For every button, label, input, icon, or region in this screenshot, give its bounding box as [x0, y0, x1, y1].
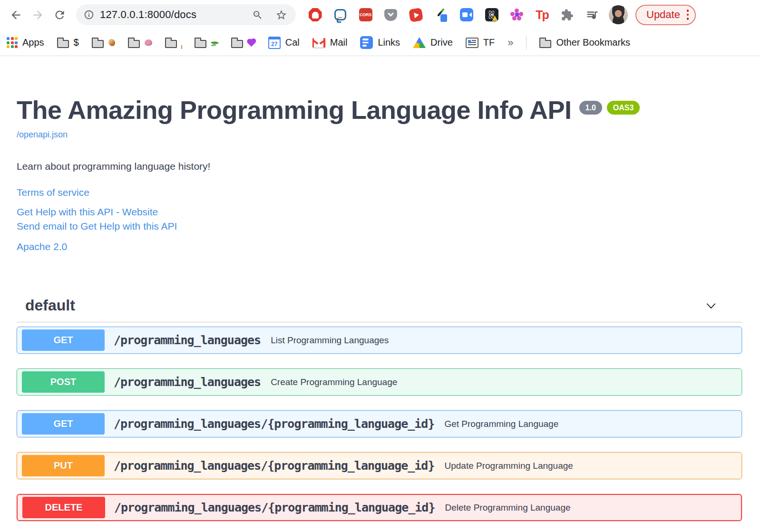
bookmark-apps[interactable]: Apps	[7, 37, 44, 48]
calendar-label: Cal	[285, 37, 300, 48]
endpoint-summary: Delete Programming Language	[445, 503, 570, 513]
endpoint-row-put-3[interactable]: PUT/programming_languages/{programming_l…	[17, 452, 742, 479]
back-arrow-icon	[10, 9, 22, 21]
forward-button[interactable]	[27, 4, 49, 26]
folder-icon	[92, 40, 104, 48]
help-email-link[interactable]: Send email to Get Help with this API	[17, 219, 177, 233]
bookmarks-overflow-chevron[interactable]: »	[507, 37, 513, 49]
address-bar[interactable]: 127.0.0.1:8000/docs	[76, 4, 296, 25]
queue-music-icon	[585, 8, 599, 22]
bookmark-drive[interactable]: Drive	[413, 37, 453, 48]
chevron-down-icon[interactable]	[705, 300, 717, 312]
bookmark-folder-brain[interactable]	[128, 38, 152, 48]
method-badge: DELETE	[22, 497, 105, 518]
brain-icon	[145, 39, 152, 46]
api-description: Learn about programming language history…	[17, 161, 742, 172]
tag-section-header[interactable]: default	[17, 297, 742, 322]
endpoint-path: /programming_languages	[114, 333, 261, 347]
chrome-update-button[interactable]: Update	[635, 5, 696, 25]
google-drive-icon	[413, 37, 426, 48]
gmail-label: Mail	[330, 37, 348, 48]
folder-icon	[128, 40, 140, 48]
folder-icon	[57, 40, 69, 48]
color-picker-extension-icon[interactable]	[434, 8, 448, 22]
page-title: The Amazing Programming Language Info AP…	[17, 96, 572, 124]
license-link[interactable]: Apache 2.0	[17, 241, 67, 252]
extensions-puzzle-icon[interactable]	[560, 8, 574, 22]
bookmark-links[interactable]: Links	[360, 36, 400, 49]
profile-avatar[interactable]	[609, 5, 628, 24]
bookmark-folder-dollar[interactable]: $	[57, 37, 79, 48]
openapi-json-link[interactable]: /openapi.json	[17, 130, 68, 140]
terms-of-service-link[interactable]: Terms of service	[17, 187, 89, 198]
url-text[interactable]: 127.0.0.1:8000/docs	[100, 9, 252, 21]
method-badge: PUT	[22, 455, 105, 476]
pocket-extension-icon[interactable]	[384, 8, 398, 22]
bookmark-folder-purple-heart[interactable]	[231, 38, 255, 48]
oas3-badge: OAS3	[607, 101, 640, 115]
drive-label: Drive	[430, 37, 453, 48]
red-arrow-extension-icon[interactable]	[409, 8, 423, 22]
other-bookmarks[interactable]: Other Bookmarks	[539, 37, 630, 48]
folder-icon	[231, 40, 243, 48]
method-badge: GET	[22, 329, 105, 351]
purple-heart-icon	[247, 39, 255, 47]
apps-label: Apps	[22, 37, 44, 48]
media-queue-icon[interactable]	[585, 8, 599, 22]
method-badge: POST	[22, 371, 105, 393]
endpoint-summary: Update Programming Language	[444, 461, 573, 471]
version-badge: 1.0	[579, 101, 602, 115]
endpoint-row-delete-4[interactable]: DELETE/programming_languages/{programmin…	[17, 494, 742, 521]
bookmark-tf[interactable]: TF	[466, 37, 495, 48]
endpoint-path: /programming_languages/{programming_lang…	[114, 501, 435, 514]
carousel-horse-icon	[108, 39, 115, 46]
endpoint-row-get-2[interactable]: GET/programming_languages/{programming_l…	[17, 410, 742, 437]
dollar-emblem: $	[74, 37, 79, 48]
browser-toolbar: 127.0.0.1:8000/docs CORS Tp Update	[0, 0, 761, 29]
endpoint-summary: Create Programming Language	[271, 377, 397, 387]
reload-icon	[53, 9, 66, 21]
pink-recycle-extension-icon[interactable]	[510, 8, 524, 22]
zoom-camera-extension-icon[interactable]	[459, 8, 473, 22]
cors-extension-icon[interactable]: CORS	[359, 8, 372, 22]
browser-menu-icon[interactable]	[687, 10, 689, 20]
adblock-extension-icon[interactable]	[308, 8, 322, 22]
forward-arrow-icon	[31, 9, 44, 21]
react-devtools-extension-icon[interactable]	[485, 8, 498, 22]
tf-doc-icon	[466, 38, 478, 48]
bookmark-calendar[interactable]: 27 Cal	[268, 37, 300, 49]
zoom-out-icon[interactable]	[252, 10, 263, 20]
help-website-link[interactable]: Get Help with this API - Website	[17, 205, 158, 219]
apps-grid-icon	[7, 37, 18, 48]
endpoint-path: /programming_languages/{programming_lang…	[114, 459, 434, 473]
puzzle-icon	[561, 9, 574, 21]
tf-label: TF	[483, 37, 495, 48]
other-bookmarks-label: Other Bookmarks	[556, 37, 630, 48]
bookmarks-divider	[526, 36, 527, 50]
bookmark-folder-carousel-horse[interactable]	[92, 38, 115, 48]
extensions-row: CORS Tp	[308, 8, 599, 22]
endpoint-row-get-0[interactable]: GET/programming_languagesList Programmin…	[17, 327, 742, 354]
tp-extension-icon[interactable]: Tp	[535, 8, 549, 22]
chat-bubble-extension-icon[interactable]	[333, 8, 347, 22]
bookmark-gmail[interactable]: Mail	[312, 37, 348, 48]
update-label: Update	[646, 9, 680, 21]
links-label: Links	[378, 37, 400, 48]
endpoint-row-post-1[interactable]: POST/programming_languagesCreate Program…	[17, 368, 742, 396]
google-calendar-icon: 27	[268, 37, 281, 49]
endpoint-summary: List Programming Languages	[271, 335, 389, 346]
endpoint-summary: Get Programming Language	[444, 419, 558, 429]
gmail-icon	[312, 38, 325, 48]
bookmarks-bar: Apps $ 27 Cal Mail Links Drive	[0, 29, 761, 56]
bookmark-folder-graduation[interactable]	[165, 38, 182, 48]
bookmark-star-icon[interactable]	[275, 9, 287, 21]
endpoint-path: /programming_languages	[114, 375, 261, 389]
back-button[interactable]	[5, 4, 27, 26]
endpoint-path: /programming_languages/{programming_lang…	[114, 417, 434, 431]
badges: 1.0 OAS3	[579, 101, 640, 115]
bookmark-folder-herb[interactable]	[195, 38, 218, 48]
api-title-row: The Amazing Programming Language Info AP…	[17, 96, 742, 124]
reload-button[interactable]	[49, 4, 70, 26]
site-info-icon[interactable]	[84, 10, 94, 20]
herb-icon	[211, 39, 219, 46]
